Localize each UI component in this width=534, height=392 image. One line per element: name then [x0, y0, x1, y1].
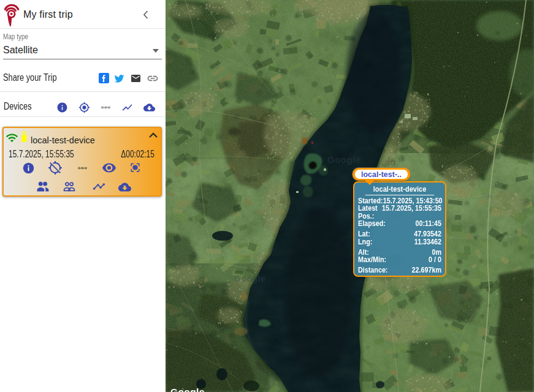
svg-text:Google: Google: [170, 386, 205, 392]
svg-text:Google: Google: [327, 154, 361, 165]
svg-text:Google: Google: [234, 274, 265, 284]
